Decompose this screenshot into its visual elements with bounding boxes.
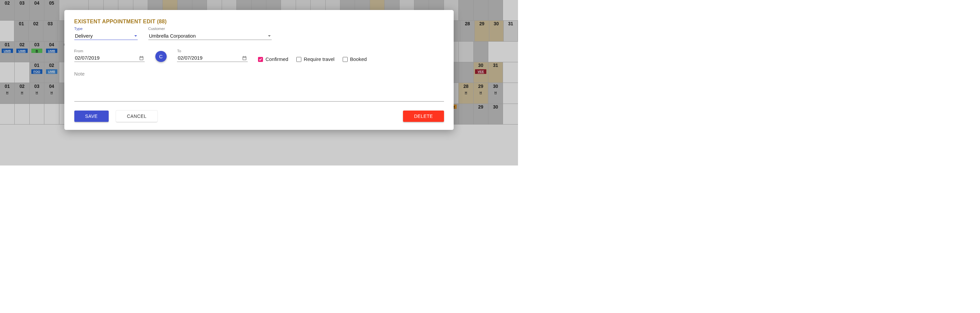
appointment-edit-modal: EXISTENT APPOINTMENT EDIT (88) Type Deli…: [64, 10, 453, 130]
customer-label: Customer: [148, 26, 272, 31]
booked-label: Booked: [350, 57, 367, 62]
modal-overlay: EXISTENT APPOINTMENT EDIT (88) Type Deli…: [0, 0, 518, 166]
checkbox-group: Confirmed Require travel Booked: [258, 57, 367, 62]
confirmed-label: Confirmed: [266, 57, 288, 62]
type-field[interactable]: Type Delivery: [74, 26, 138, 40]
calendar-icon[interactable]: [139, 55, 144, 61]
to-date-field[interactable]: To 02/07/2019: [177, 49, 247, 62]
to-label: To: [177, 49, 247, 53]
chevron-down-icon: [134, 35, 137, 36]
booked-checkbox[interactable]: Booked: [343, 57, 367, 62]
customer-field[interactable]: Customer Umbrella Corporation: [148, 26, 272, 40]
checkbox-box: [343, 57, 348, 62]
delete-button[interactable]: DELETE: [403, 111, 444, 122]
type-label: Type: [74, 26, 138, 31]
checkbox-box: [258, 57, 263, 62]
check-icon: [259, 58, 262, 61]
cancel-button[interactable]: CANCEL: [116, 111, 158, 122]
travel-label: Require travel: [304, 57, 334, 62]
from-label: From: [74, 49, 145, 53]
checkbox-box: [296, 57, 301, 62]
confirmed-checkbox[interactable]: Confirmed: [258, 57, 288, 62]
copy-button-label: C: [159, 54, 163, 59]
note-textarea[interactable]: [74, 70, 444, 101]
type-value: Delivery: [75, 33, 93, 39]
save-button[interactable]: SAVE: [74, 111, 109, 122]
copy-date-button[interactable]: C: [155, 51, 167, 62]
calendar-icon[interactable]: [242, 55, 247, 61]
to-value: 02/07/2019: [178, 55, 202, 61]
from-value: 02/07/2019: [75, 55, 100, 61]
customer-value: Umbrella Corporation: [149, 33, 196, 39]
modal-button-row: SAVE CANCEL DELETE: [74, 111, 444, 122]
chevron-down-icon: [268, 35, 270, 36]
travel-checkbox[interactable]: Require travel: [296, 57, 334, 62]
modal-title: EXISTENT APPOINTMENT EDIT (88): [74, 19, 444, 25]
note-field: [74, 70, 444, 102]
from-date-field[interactable]: From 02/07/2019: [74, 49, 145, 62]
